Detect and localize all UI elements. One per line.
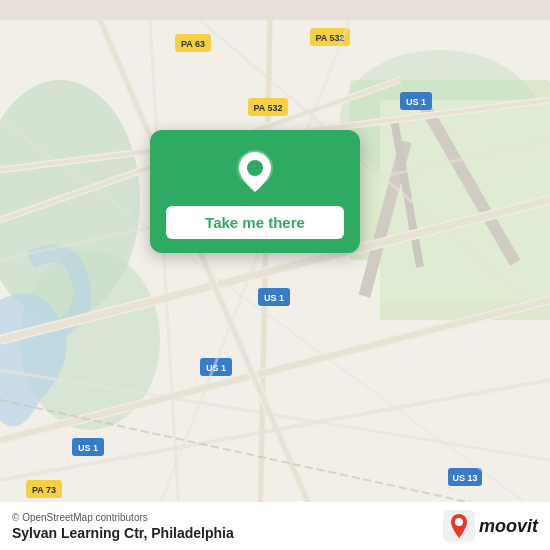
popup-card: Take me there	[150, 130, 360, 253]
svg-point-51	[455, 518, 463, 526]
map-attribution: © OpenStreetMap contributors	[12, 512, 234, 523]
map-background: PA 63 PA 532 PA 532 US 1 US 1 US 1 US 1 …	[0, 0, 550, 550]
svg-text:US 1: US 1	[406, 97, 426, 107]
svg-text:PA 73: PA 73	[32, 485, 56, 495]
location-name: Sylvan Learning Ctr, Philadelphia	[12, 525, 234, 541]
svg-text:PA 63: PA 63	[181, 39, 205, 49]
svg-text:US 1: US 1	[264, 293, 284, 303]
map-container: PA 63 PA 532 PA 532 US 1 US 1 US 1 US 1 …	[0, 0, 550, 550]
moovit-logo: moovit	[443, 510, 538, 542]
svg-text:PA 532: PA 532	[253, 103, 282, 113]
location-pin-icon	[231, 148, 279, 196]
bottom-bar: © OpenStreetMap contributors Sylvan Lear…	[0, 502, 550, 550]
svg-text:US 13: US 13	[452, 473, 477, 483]
bottom-left: © OpenStreetMap contributors Sylvan Lear…	[12, 512, 234, 541]
svg-text:US 1: US 1	[78, 443, 98, 453]
moovit-brand-icon	[443, 510, 475, 542]
take-me-there-button[interactable]: Take me there	[166, 206, 344, 239]
svg-point-49	[247, 160, 263, 176]
moovit-brand-text: moovit	[479, 516, 538, 537]
